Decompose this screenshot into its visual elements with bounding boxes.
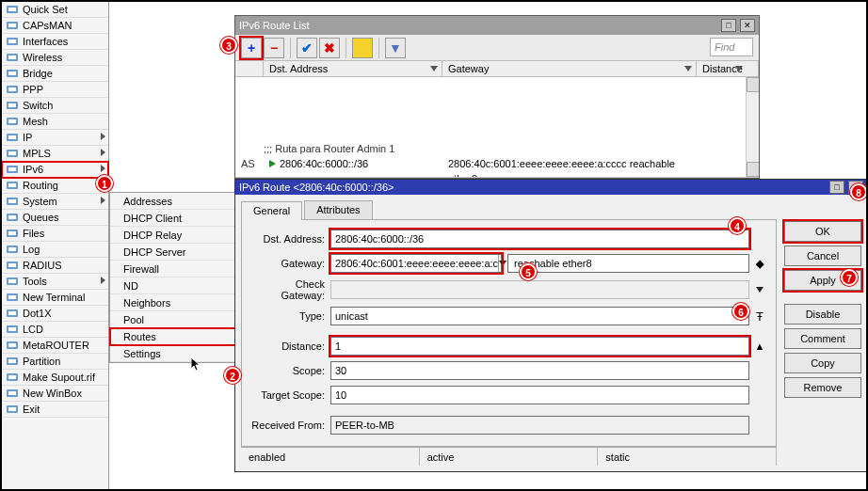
col-flag[interactable] [235, 61, 264, 76]
ok-button[interactable]: OK [784, 221, 861, 242]
copy-button[interactable]: Copy [784, 353, 861, 373]
input-gateway[interactable]: 2806:40c:6001:eeee:eeee:eeee:a:c [330, 254, 502, 273]
svg-rect-13 [8, 103, 16, 107]
sidebar-item-new-terminal[interactable]: New Terminal [2, 290, 108, 306]
gateway-dropdown-icon[interactable] [498, 255, 506, 272]
col-distance[interactable]: Distance [697, 61, 759, 76]
sidebar-item-system[interactable]: System [2, 194, 108, 210]
scrollbar-vertical[interactable] [746, 77, 759, 177]
cancel-button[interactable]: Cancel [784, 246, 861, 266]
tab-general[interactable]: General [241, 201, 302, 220]
route-dst: 2806:40c:6000::/36 [264, 156, 442, 171]
comment-button[interactable] [352, 38, 373, 58]
input-distance[interactable]: 1 [330, 337, 749, 356]
sidebar-item-make-supout-rif[interactable]: Make Supout.rif [2, 370, 108, 386]
sidebar-item-bridge[interactable]: Bridge [2, 66, 108, 82]
sidebar-item-files[interactable]: Files [2, 226, 108, 242]
list-header: Dst. Address Gateway Distance [235, 61, 759, 77]
chevron-right-icon [101, 197, 105, 204]
enable-button[interactable]: ✔ [297, 38, 317, 58]
submenu-item-firewall[interactable]: Firewall [110, 261, 240, 277]
sidebar-item-exit[interactable]: Exit [2, 402, 108, 418]
status-enabled: enabled [241, 448, 420, 466]
status-strip: enabled active static [241, 447, 777, 466]
callout-1: 1 [96, 175, 113, 192]
input-target-scope[interactable]: 10 [330, 386, 749, 404]
input-check-gateway[interactable] [330, 280, 749, 299]
titlebar[interactable]: IPv6 Route List □ ✕ [235, 16, 759, 35]
chevron-right-icon [101, 149, 105, 156]
titlebar-min-icon[interactable]: □ [829, 181, 844, 194]
col-dst-address[interactable]: Dst. Address [264, 61, 442, 76]
remove-button[interactable]: Remove [784, 377, 861, 398]
col-gateway[interactable]: Gateway [442, 61, 697, 76]
sidebar-item-lcd[interactable]: LCD [2, 322, 108, 338]
disable-button[interactable]: ✖ [319, 38, 340, 58]
type-dropdown-icon[interactable]: Ŧ [753, 309, 766, 324]
exit-icon [6, 403, 19, 416]
svg-rect-29 [8, 231, 16, 235]
sidebar-item-interfaces[interactable]: Interfaces [2, 34, 108, 50]
submenu-item-dhcp-client[interactable]: DHCP Client [110, 210, 240, 227]
submenu-item-dhcp-relay[interactable]: DHCP Relay [110, 227, 240, 244]
submenu-item-nd[interactable]: ND [110, 277, 240, 294]
sidebar-item-label: MetaROUTER [23, 338, 108, 354]
titlebar-close-icon[interactable]: ✕ [740, 19, 755, 32]
sidebar-item-label: RADIUS [23, 258, 108, 274]
check-gateway-dropdown-icon[interactable] [753, 287, 766, 293]
sidebar-item-label: Quick Set [23, 2, 108, 18]
sidebar-item-radius[interactable]: RADIUS [2, 258, 108, 274]
sidebar-item-queues[interactable]: Queues [2, 210, 108, 226]
submenu-item-dhcp-server[interactable]: DHCP Server [110, 244, 240, 261]
sidebar-item-metarouter[interactable]: MetaROUTER [2, 338, 108, 354]
sidebar-item-ipv6[interactable]: IPv6 [2, 162, 108, 178]
sidebar-item-quick-set[interactable]: Quick Set [2, 2, 108, 18]
input-dst-address[interactable]: 2806:40c:6000::/36 [330, 230, 749, 248]
submenu-item-neighbors[interactable]: Neighbors [110, 294, 240, 311]
sidebar-item-partition[interactable]: Partition [2, 354, 108, 370]
sidebar-item-log[interactable]: Log [2, 242, 108, 258]
chevron-right-icon [101, 133, 105, 140]
svg-rect-49 [8, 391, 16, 395]
input-type[interactable]: unicast [330, 307, 749, 325]
titlebar[interactable]: IPv6 Route <2806:40c:6000::/36> □ ✕ [235, 180, 867, 195]
sidebar-item-routing[interactable]: Routing [2, 178, 108, 194]
sidebar-item-tools[interactable]: Tools [2, 274, 108, 290]
sidebar-item-wireless[interactable]: Wireless [2, 50, 108, 66]
active-icon [269, 160, 276, 167]
find-input[interactable]: Find [710, 38, 753, 56]
sidebar-item-ppp[interactable]: PPP [2, 82, 108, 98]
submenu-item-settings[interactable]: Settings [110, 345, 240, 362]
chevron-right-icon [101, 277, 105, 284]
sidebar-item-label: CAPsMAN [23, 18, 108, 34]
sidebar-item-ip[interactable]: IP [2, 130, 108, 146]
row-target-scope: Target Scope: 10 [251, 386, 766, 404]
svg-rect-21 [8, 167, 16, 171]
sidebar-item-mpls[interactable]: MPLS [2, 146, 108, 162]
sort-indicator-icon [735, 66, 743, 71]
comment-button[interactable]: Comment [784, 328, 861, 349]
submenu-item-pool[interactable]: Pool [110, 311, 240, 328]
svg-rect-47 [8, 375, 16, 379]
input-scope[interactable]: 30 [330, 361, 749, 380]
add-button[interactable]: + [241, 38, 262, 58]
sidebar-item-dot1x[interactable]: Dot1X [2, 306, 108, 322]
submenu-item-addresses[interactable]: Addresses [110, 193, 240, 210]
filter-button[interactable]: ▼ [385, 38, 406, 58]
remove-button[interactable]: − [264, 38, 284, 58]
gateway-add-remove[interactable]: ◆ [753, 261, 766, 267]
distance-expand-icon[interactable]: ▲ [753, 341, 766, 352]
svg-rect-31 [8, 247, 16, 251]
sidebar-item-capsman[interactable]: CAPsMAN [2, 18, 108, 34]
sidebar-item-new-winbox[interactable]: New WinBox [2, 386, 108, 402]
disable-button[interactable]: Disable [784, 304, 861, 325]
titlebar-min-icon[interactable]: □ [721, 19, 736, 32]
sidebar-item-mesh[interactable]: Mesh [2, 114, 108, 130]
wireless-icon [6, 51, 19, 64]
routing-icon [6, 179, 19, 192]
route-row[interactable]: AS 2806:40c:6000::/36 2806:40c:6001:eeee… [235, 156, 759, 171]
sidebar-item-label: LCD [23, 322, 108, 338]
submenu-item-routes[interactable]: Routes [110, 328, 240, 345]
tab-attributes[interactable]: Attributes [304, 200, 372, 219]
sidebar-item-switch[interactable]: Switch [2, 98, 108, 114]
